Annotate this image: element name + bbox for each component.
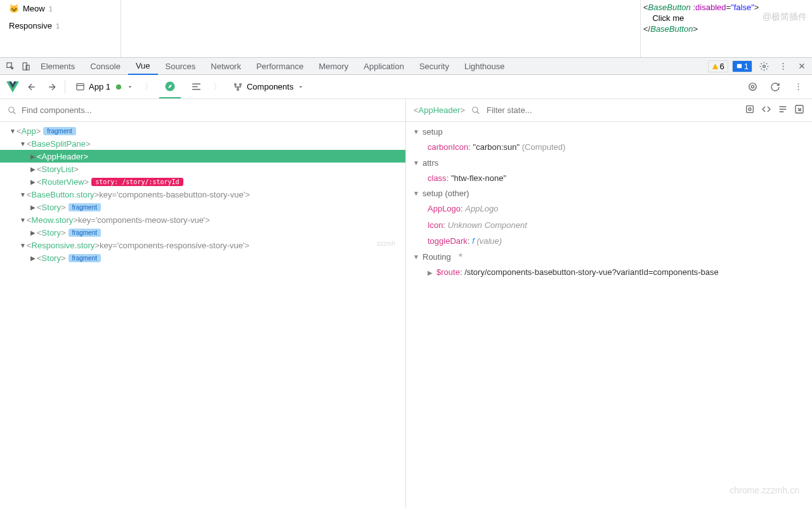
tree-search-input[interactable]: [22, 105, 398, 115]
show-code-icon[interactable]: [761, 104, 771, 116]
main-split: zzzmh ▼<App>fragment▼<BaseSplitPane>▶<Ap…: [0, 99, 812, 508]
devtools-tab-network[interactable]: Network: [203, 57, 249, 75]
inspect-dom-icon[interactable]: [778, 104, 788, 116]
svg-point-17: [797, 86, 799, 88]
watermark-text: @极简插件: [763, 11, 807, 23]
nav-back-icon[interactable]: [24, 79, 39, 95]
tree-node-app[interactable]: ▼<App>fragment: [0, 124, 405, 137]
sidebar-item-meow[interactable]: 🐱 Meow 1: [0, 0, 121, 17]
svg-point-7: [782, 68, 783, 69]
search-icon: [471, 106, 480, 115]
target-icon[interactable]: [745, 79, 760, 95]
info-badge[interactable]: 1: [732, 60, 752, 72]
watermark-text: zzzmh: [377, 240, 395, 247]
state-section-routing[interactable]: ▼Routing: [406, 250, 812, 264]
sidebar-item-count: 1: [49, 5, 53, 13]
sidebar-item-responsive[interactable]: Responsive 1: [0, 17, 121, 34]
tree-node-story[interactable]: ▶<Story>fragment: [0, 201, 405, 213]
tree-node-basebutton-story[interactable]: ▼<BaseButton.story> key='components-base…: [0, 188, 405, 201]
sidebar-item-label: Meow: [23, 4, 45, 13]
svg-point-15: [751, 85, 754, 88]
kebab-icon[interactable]: [775, 58, 790, 74]
tree-search-row: [0, 99, 405, 122]
devtools-tab-performance[interactable]: Performance: [249, 57, 311, 75]
state-prop-class[interactable]: class: "htw-flex-none": [406, 170, 812, 187]
devtools-tab-memory[interactable]: Memory: [311, 57, 356, 75]
gear-icon[interactable]: [756, 58, 771, 74]
tree-node-story[interactable]: ▶<Story>fragment: [0, 226, 405, 239]
selected-component-title: <AppHeader>: [414, 105, 465, 115]
breadcrumb-sep: 〉: [143, 81, 154, 93]
device-icon[interactable]: [18, 58, 33, 74]
devtools-tab-vue[interactable]: Vue: [128, 57, 158, 75]
devtools-tab-sources[interactable]: Sources: [158, 57, 204, 75]
devtools-tab-console[interactable]: Console: [82, 57, 128, 75]
close-icon[interactable]: [794, 58, 809, 74]
state-prop-icon[interactable]: Icon: Unknown Component: [406, 217, 812, 234]
state-panel: <AppHeader> ▼setupcarbonIcon: "carbon:su…: [406, 99, 812, 508]
state-prop-$route[interactable]: ▶$route: /story/components-basebutton-st…: [406, 264, 812, 281]
components-selector[interactable]: Components: [228, 76, 309, 98]
svg-point-9: [116, 84, 121, 89]
state-body[interactable]: ▼setupcarbonIcon: "carbon:sun" (Computed…: [406, 122, 812, 508]
sidebar-item-label: Responsive: [9, 21, 52, 30]
top-area: 🐱 Meow 1 Responsive 1 @极简插件 <BaseButton …: [0, 0, 812, 57]
devtools-tab-lighthouse[interactable]: Lighthouse: [457, 57, 513, 75]
state-section-setup--other-[interactable]: ▼setup (other): [406, 186, 812, 201]
scroll-to-icon[interactable]: [745, 104, 755, 116]
breadcrumb-sep: 〉: [212, 81, 223, 93]
svg-rect-21: [747, 106, 754, 113]
timeline-icon: [191, 81, 202, 92]
svg-rect-3: [737, 64, 742, 67]
status-dot-icon: [114, 83, 123, 91]
tree-node-appheader[interactable]: ▶<AppHeader>: [0, 150, 405, 163]
kebab-icon[interactable]: [790, 79, 806, 95]
state-prop-applogo[interactable]: AppLogo: AppLogo: [406, 201, 812, 217]
tree-node-meow-story[interactable]: ▼<Meow.story> key='components-meow-story…: [0, 213, 405, 226]
inspector-compass[interactable]: [159, 76, 181, 98]
chevron-down-icon: [127, 84, 133, 90]
nav-forward-icon[interactable]: [44, 79, 60, 95]
vue-logo-icon: [6, 81, 19, 93]
devtools-tab-security[interactable]: Security: [412, 57, 457, 75]
devtools-tab-elements[interactable]: Elements: [33, 57, 82, 75]
svg-point-6: [782, 65, 783, 67]
devtools-tabs: ElementsConsoleVueSourcesNetworkPerforma…: [33, 57, 513, 75]
inspect-icon[interactable]: [3, 58, 18, 74]
tree-node-storylist[interactable]: ▶<StoryList>: [0, 163, 405, 175]
tree-node-basesplitpane[interactable]: ▼<BaseSplitPane>: [0, 137, 405, 150]
story-sidebar: 🐱 Meow 1 Responsive 1: [0, 0, 121, 57]
tree-node-story[interactable]: ▶<Story>fragment: [0, 251, 405, 264]
state-filter-input[interactable]: [487, 105, 738, 115]
svg-point-16: [797, 83, 799, 84]
svg-point-22: [749, 108, 751, 110]
svg-point-12: [240, 83, 242, 85]
state-prop-toggledark[interactable]: toggleDark: f (value): [406, 233, 812, 250]
compass-icon: [164, 81, 176, 92]
svg-point-18: [797, 89, 799, 90]
refresh-icon[interactable]: [768, 79, 783, 95]
tree-node-responsive-story[interactable]: ▼<Responsive.story> key='components-resp…: [0, 239, 405, 251]
window-icon: [75, 82, 85, 91]
search-icon: [8, 106, 16, 115]
devtools-tab-application[interactable]: Application: [356, 57, 412, 75]
chevron-down-icon: [298, 84, 304, 90]
svg-point-4: [763, 65, 765, 67]
app-selector[interactable]: App 1: [70, 76, 138, 98]
watermark-text: chrome.zzzmh.cn: [730, 485, 799, 495]
state-section-setup[interactable]: ▼setup: [406, 124, 812, 139]
svg-point-5: [782, 63, 783, 64]
svg-point-20: [473, 107, 478, 112]
state-header: <AppHeader>: [406, 99, 812, 122]
open-editor-icon[interactable]: [794, 104, 804, 116]
component-tree-panel: zzzmh ▼<App>fragment▼<BaseSplitPane>▶<Ap…: [0, 99, 406, 508]
state-prop-carbonicon[interactable]: carbonIcon: "carbon:sun" (Computed): [406, 139, 812, 156]
svg-point-14: [749, 83, 756, 90]
warnings-badge[interactable]: 6: [708, 60, 728, 72]
code-snippet: @极简插件 <BaseButton :disabled="false"> Cli…: [641, 0, 812, 57]
sidebar-item-count: 1: [56, 22, 60, 30]
state-section-attrs[interactable]: ▼attrs: [406, 156, 812, 170]
tree-node-routerview[interactable]: ▶<RouterView>story: /story/:storyId: [0, 175, 405, 188]
component-tree[interactable]: zzzmh ▼<App>fragment▼<BaseSplitPane>▶<Ap…: [0, 122, 405, 508]
timeline-tab[interactable]: [186, 76, 207, 98]
